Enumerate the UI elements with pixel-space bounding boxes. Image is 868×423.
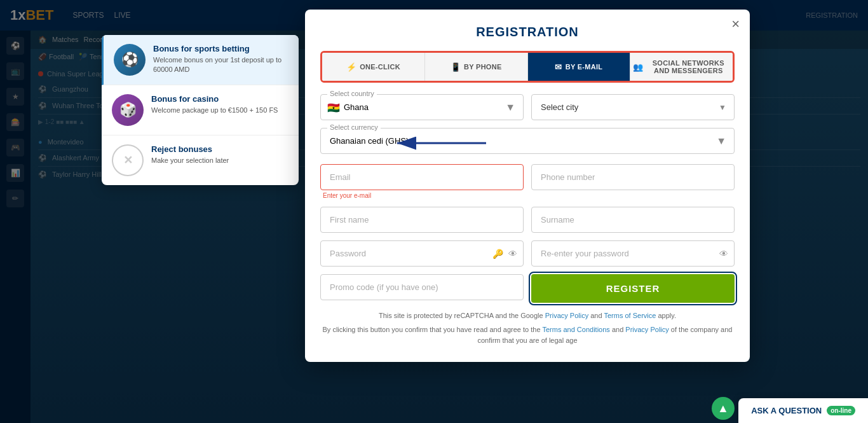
phone-input[interactable] [531,164,735,190]
password-field-group: 🔑 👁 [320,240,524,267]
repassword-input[interactable] [531,240,735,267]
password-lock-icon: 🔑 [492,249,503,259]
email-error-msg: Enter your e-mail [320,192,524,199]
tab-social-label: SOCIAL NETWORKS AND MESSENGERS [647,59,730,74]
firstname-field-group [320,207,524,233]
password-eye-icon[interactable]: 👁 [508,249,517,259]
email-input[interactable] [320,164,524,190]
currency-field-group: Select currency Ghanaian cedi (GHS) ▼ [320,128,735,154]
surname-input[interactable] [531,207,735,233]
country-city-row: Select country 🇬🇭 Ghana ▼ city Select ci… [320,94,735,120]
promo-input[interactable] [320,274,524,300]
tab-one-click[interactable]: ⚡ ONE-CLICK [322,53,425,81]
modal-title: REGISTRATION [320,25,735,39]
modal-close-button[interactable]: × [731,17,740,31]
city-field-group: city Select city ▼ [531,94,735,120]
footer-tos-link[interactable]: Terms of Service [604,312,656,319]
tab-by-email[interactable]: ✉ BY E-MAIL [528,53,631,81]
city-label: city [538,90,545,90]
currency-row: Select currency Ghanaian cedi (GHS) ▼ [320,128,735,154]
surname-field-group [531,207,735,233]
tab-social[interactable]: 👥 SOCIAL NETWORKS AND MESSENGERS [630,53,733,81]
currency-select[interactable]: Ghanaian cedi (GHS) [321,128,734,153]
bonus-casino-icon-wrap: 🎲 [112,94,144,126]
name-row [320,207,735,233]
bonus-casino-text: Bonus for casino Welcome package up to €… [151,94,288,115]
one-click-icon: ⚡ [346,62,356,72]
bonus-casino-icon: 🎲 [119,102,137,118]
repassword-eye-icon[interactable]: 👁 [719,249,728,259]
footer-terms-link[interactable]: Terms and Conditions [542,326,609,333]
ask-question-bar[interactable]: ASK A QUESTION on-line [738,398,868,423]
footer-confirm: By clicking this button you confirm that… [320,324,735,347]
footer-and-text: and [590,312,602,319]
city-select[interactable]: Select city [532,95,734,120]
bonus-reject-desc: Make your selection later [151,156,288,165]
phone-field-group [531,164,735,199]
email-phone-row: Enter your e-mail [320,164,735,199]
bonus-sports-icon: ⚽ [121,52,139,68]
footer-confirm-text: By clicking this button you confirm that… [323,326,541,333]
registration-tab-strip: ⚡ ONE-CLICK 📱 BY PHONE ✉ BY E-MAIL 👥 SOC… [320,51,735,83]
bonus-sports-title: Bonus for sports betting [153,44,288,53]
email-field-group: Enter your e-mail [320,164,524,199]
footer-recaptcha-text: This site is protected by reCAPTCHA and … [379,312,543,319]
tab-one-click-label: ONE-CLICK [360,63,400,71]
country-field-group: Select country 🇬🇭 Ghana ▼ [320,94,524,120]
register-button[interactable]: REGISTER [531,274,735,303]
firstname-input[interactable] [320,207,524,233]
repassword-icons: 👁 [719,249,728,259]
arrow-svg [391,130,492,156]
scroll-up-button[interactable]: ▲ [712,397,735,420]
footer-pp-link[interactable]: Privacy Policy [625,326,668,333]
footer-apply-text: apply. [658,312,676,319]
arrow-indicator [391,130,492,156]
online-badge: on-line [827,406,855,415]
password-icons: 🔑 👁 [492,249,517,259]
footer-and2-text: and [612,326,623,333]
country-select[interactable]: Ghana [321,95,523,120]
password-row: 🔑 👁 👁 [320,240,735,267]
bonus-sports-item[interactable]: ⚽ Bonus for sports betting Welcome bonus… [102,35,299,85]
bonus-casino-title: Bonus for casino [151,94,288,104]
tab-by-phone-label: BY PHONE [464,63,502,71]
promo-register-row: REGISTER [320,274,735,303]
bonus-sports-text: Bonus for sports betting Welcome bonus o… [153,44,288,75]
footer-privacy-link[interactable]: Privacy Policy [545,312,588,319]
bonus-reject-item[interactable]: ✕ Reject bonuses Make your selection lat… [102,135,299,185]
tab-by-email-label: BY E-MAIL [566,63,603,71]
bonus-sports-icon-wrap: ⚽ [114,44,146,76]
social-icon: 👥 [633,62,643,72]
bonus-reject-icon-wrap: ✕ [112,144,144,176]
bonus-panel: ⚽ Bonus for sports betting Welcome bonus… [102,35,299,185]
footer-recaptcha: This site is protected by reCAPTCHA and … [320,310,735,322]
register-button-group: REGISTER [531,274,735,303]
registration-modal: × REGISTRATION ⚡ ONE-CLICK 📱 BY PHONE ✉ … [305,10,750,362]
by-phone-icon: 📱 [451,62,461,72]
repassword-field-group: 👁 [531,240,735,267]
bonus-reject-title: Reject bonuses [151,144,288,154]
tab-by-phone[interactable]: 📱 BY PHONE [425,53,528,81]
bonus-reject-text: Reject bonuses Make your selection later [151,144,288,165]
bonus-casino-desc: Welcome package up to €1500 + 150 FS [151,106,288,115]
bonus-reject-icon: ✕ [123,153,133,167]
bonus-sports-desc: Welcome bonus on your 1st deposit up to … [153,55,288,75]
ask-question-label: ASK A QUESTION [751,406,822,415]
by-email-icon: ✉ [555,62,562,72]
promo-field-group [320,274,524,303]
bonus-casino-item[interactable]: 🎲 Bonus for casino Welcome package up to… [102,85,299,135]
